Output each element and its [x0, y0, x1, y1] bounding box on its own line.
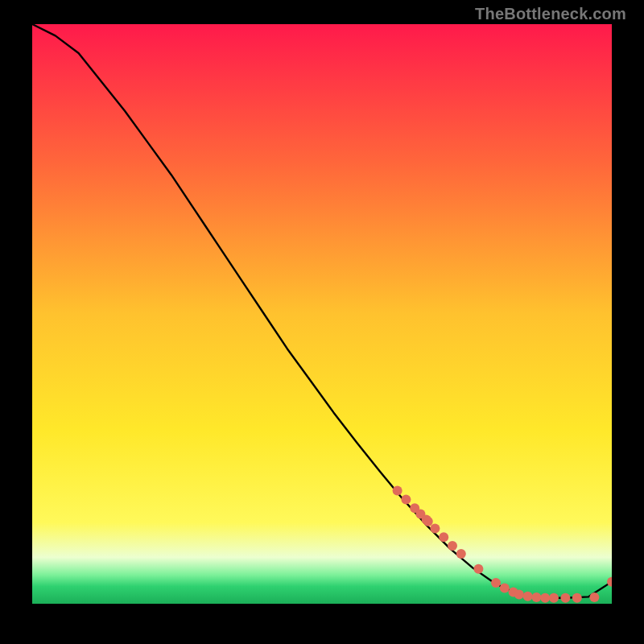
data-point — [448, 541, 457, 551]
chart-plot — [32, 24, 612, 604]
data-point — [500, 584, 510, 593]
data-point — [514, 589, 524, 599]
data-point — [439, 532, 448, 542]
data-point — [531, 592, 541, 602]
chart-background — [32, 24, 612, 604]
data-point — [423, 517, 433, 526]
data-point — [491, 578, 501, 588]
data-point — [393, 486, 402, 496]
data-point — [560, 593, 570, 603]
data-point — [549, 593, 559, 603]
data-point — [430, 523, 440, 533]
data-point — [456, 549, 466, 559]
data-point — [540, 593, 550, 603]
data-point — [572, 593, 582, 603]
watermark-text: TheBottleneck.com — [475, 5, 626, 23]
data-point — [401, 494, 411, 504]
data-point — [473, 564, 483, 574]
data-point — [523, 592, 533, 601]
data-point — [589, 592, 599, 602]
chart-stage: TheBottleneck.com — [0, 0, 644, 644]
chart-svg — [32, 24, 612, 604]
